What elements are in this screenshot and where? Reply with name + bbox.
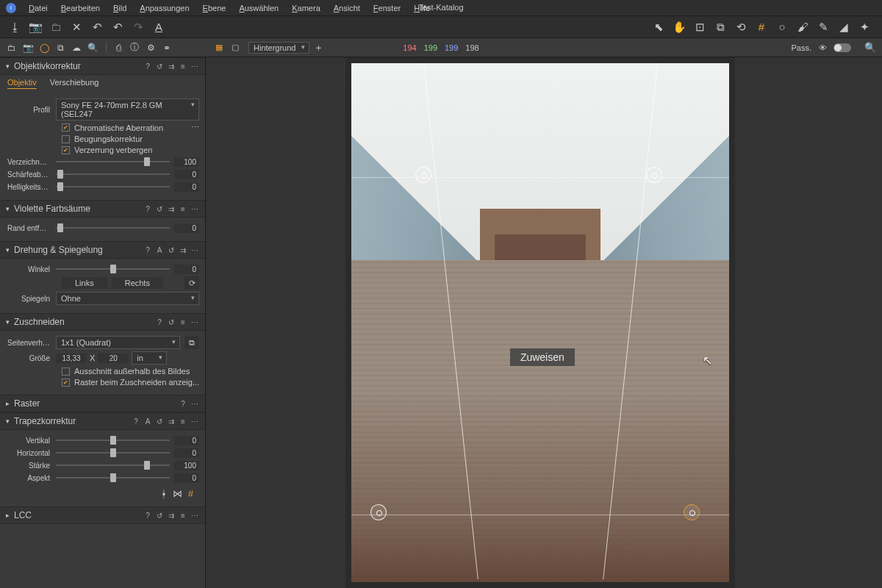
crop-tool-icon[interactable]: ⧉	[184, 336, 199, 349]
more-icon[interactable]: ⋯	[190, 318, 199, 326]
help-icon[interactable]: ?	[179, 400, 187, 408]
reset-icon[interactable]: ↺	[155, 417, 164, 426]
reset-icon[interactable]: ↺	[167, 246, 176, 254]
proof-toggle[interactable]	[833, 43, 851, 52]
view-single-icon[interactable]: ▢	[228, 41, 243, 54]
import-icon[interactable]: ⭳	[6, 18, 24, 36]
text-tool-icon[interactable]: A	[150, 18, 168, 36]
hand-tool-icon[interactable]: ✋	[670, 18, 688, 36]
section-lens-header[interactable]: ▾ Objektivkorrektur ? ↺ ⇉ ≡ ⋯	[0, 57, 205, 75]
brush-tool-icon[interactable]: 🖌	[794, 18, 811, 36]
ratio-select[interactable]: 1x1 (Quadrat)	[56, 336, 180, 349]
discard-icon[interactable]: ✕	[68, 18, 85, 36]
section-lcc-header[interactable]: ▸ LCC ? ↺ ⇉ ≡ ⋯	[0, 506, 205, 524]
tab-lens-icon[interactable]: ◯	[37, 40, 51, 55]
reset-icon[interactable]: ↺	[167, 318, 176, 326]
tab-cloud-icon[interactable]: ☁	[69, 40, 84, 55]
viewer[interactable]: Zuweisen ↖	[206, 57, 882, 588]
rotate-tool-icon[interactable]: ⟲	[732, 18, 750, 36]
keystone-tool-icon[interactable]: #	[753, 18, 770, 36]
layer-select[interactable]: Hintergrund	[248, 42, 309, 54]
rotate-right-button[interactable]: Rechts	[112, 277, 163, 289]
keystone-guide-top[interactable]	[351, 177, 729, 178]
proof-eye-icon[interactable]: 👁	[816, 43, 829, 53]
more-icon[interactable]: ⋯	[190, 246, 199, 254]
menu-select[interactable]: Auswählen	[232, 0, 285, 16]
folder-icon[interactable]: 🗀	[47, 18, 65, 36]
search-icon[interactable]: 🔍	[864, 42, 876, 53]
section-rotate-header[interactable]: ▾ Drehung & Spiegelung ? A ↺ ⇉ ⋯	[0, 241, 205, 259]
pointer-tool-icon[interactable]: ⬉	[650, 18, 667, 36]
capture-icon[interactable]: 📷	[26, 18, 44, 36]
tab-settings-icon[interactable]: ⚙	[143, 40, 158, 55]
vertical-value[interactable]: 0	[174, 436, 199, 445]
strength-value[interactable]: 100	[174, 461, 199, 470]
copy-icon[interactable]: ⇉	[167, 62, 176, 71]
check-chromatic[interactable]: ✔ Chromatische Aberration ⋯	[62, 123, 199, 132]
section-crop-header[interactable]: ▾ Zuschneiden ? ↺ ≡ ⋯	[0, 313, 205, 331]
section-keystone-header[interactable]: ▾ Trapezkorrektur ? A ↺ ⇉ ≡ ⋯	[0, 412, 205, 430]
help-icon[interactable]: ?	[143, 512, 152, 520]
section-purple-header[interactable]: ▾ Violette Farbsäume ? ↺ ⇉ ≡ ⋯	[0, 200, 205, 218]
size-unit-select[interactable]: in	[132, 351, 167, 365]
check-crop-outside[interactable]: Ausschnitt außerhalb des Bildes	[62, 367, 199, 376]
more-icon[interactable]: ⋯	[190, 417, 199, 426]
auto-icon[interactable]: A	[155, 246, 164, 254]
section-grid-header[interactable]: ▸ Raster ? ⋯	[0, 395, 205, 412]
view-grid-icon[interactable]: ▦	[212, 41, 226, 54]
loupe-tool-icon[interactable]: ⊡	[691, 18, 709, 36]
tab-info-icon[interactable]: ⓘ	[127, 40, 142, 55]
help-icon[interactable]: ?	[143, 205, 152, 213]
spot-tool-icon[interactable]: ○	[773, 18, 791, 36]
menu-camera[interactable]: Kamera	[285, 0, 327, 16]
strength-slider[interactable]	[56, 460, 170, 470]
preset-icon[interactable]: ≡	[179, 205, 187, 213]
help-icon[interactable]: ?	[143, 62, 152, 71]
more-icon[interactable]: ⋯	[190, 62, 199, 71]
keystone-guide-bottom[interactable]	[351, 514, 729, 515]
help-icon[interactable]: ?	[155, 318, 164, 326]
tab-library-icon[interactable]: 🗀	[4, 40, 19, 55]
undo2-icon[interactable]: ↶	[109, 18, 126, 36]
preset-icon[interactable]: ≡	[179, 62, 187, 71]
subtab-shift[interactable]: Verschiebung	[50, 78, 99, 89]
more-icon[interactable]: ⋯	[191, 123, 199, 132]
subtab-lens[interactable]: Objektiv	[7, 78, 37, 89]
keystone-handle-bl[interactable]	[370, 504, 387, 520]
menu-image[interactable]: Bild	[107, 0, 133, 16]
preset-icon[interactable]: ≡	[179, 417, 187, 426]
tab-output-icon[interactable]: ⎙	[111, 40, 126, 55]
help-icon[interactable]: ?	[132, 417, 140, 426]
copy-icon[interactable]: ⇉	[167, 417, 176, 426]
aspect-value[interactable]: 0	[174, 473, 199, 483]
distortion-slider[interactable]	[56, 157, 170, 167]
vertical-slider[interactable]	[56, 435, 170, 445]
size-height-input[interactable]: 20	[98, 354, 129, 363]
distortion-value[interactable]: 100	[174, 157, 199, 167]
reset-icon[interactable]: ↺	[155, 205, 164, 213]
angle-slider[interactable]	[56, 264, 170, 274]
lightfall-slider[interactable]	[56, 182, 170, 192]
chevron-down-icon[interactable]: ▾	[6, 246, 10, 254]
preset-icon[interactable]: ≡	[179, 512, 187, 520]
sharpfall-slider[interactable]	[56, 169, 170, 179]
chevron-down-icon[interactable]: ▾	[6, 62, 10, 70]
crop-tool-icon[interactable]: ⧉	[711, 18, 729, 36]
copy-icon[interactable]: ⇉	[179, 246, 187, 254]
preset-icon[interactable]: ≡	[179, 318, 187, 326]
keystone-handle-tr[interactable]	[646, 167, 662, 183]
chevron-down-icon[interactable]: ▾	[6, 318, 10, 326]
menu-edit[interactable]: Bearbeiten	[54, 0, 107, 16]
tab-capture-icon[interactable]: 📷	[21, 40, 35, 55]
tab-share-icon[interactable]: ⚭	[159, 40, 174, 55]
aspect-slider[interactable]	[56, 473, 170, 483]
eraser-tool-icon[interactable]: ✎	[814, 18, 832, 36]
horizontal-value[interactable]: 0	[174, 448, 199, 458]
check-hidedistortion[interactable]: ✔ Verzerrung verbergen	[62, 146, 199, 154]
help-icon[interactable]: ?	[143, 246, 152, 254]
chevron-right-icon[interactable]: ▸	[6, 400, 10, 407]
tab-search-icon[interactable]: 🔍	[85, 40, 100, 55]
redo-icon[interactable]: ↷	[129, 18, 147, 36]
copy-icon[interactable]: ⇉	[167, 512, 176, 520]
menu-file[interactable]: Datei	[22, 0, 54, 16]
